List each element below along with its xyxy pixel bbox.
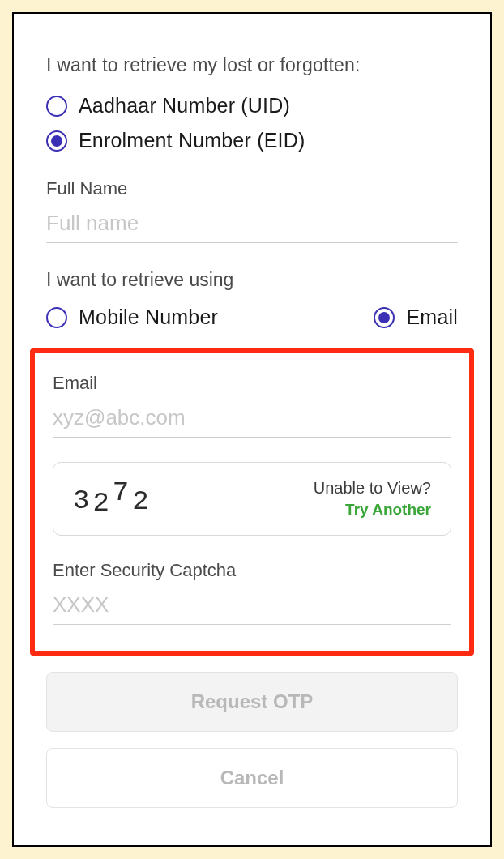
radio-icon bbox=[374, 307, 395, 328]
radio-mobile[interactable]: Mobile Number bbox=[46, 306, 218, 329]
email-label: Email bbox=[53, 373, 451, 394]
email-input[interactable] bbox=[53, 402, 451, 438]
request-otp-button[interactable]: Request OTP bbox=[46, 672, 458, 732]
radio-icon bbox=[46, 307, 67, 328]
heading-retrieve: I want to retrieve my lost or forgotten: bbox=[46, 54, 458, 76]
retrieve-using-label: I want to retrieve using bbox=[46, 269, 458, 291]
radio-icon bbox=[46, 96, 67, 117]
full-name-input[interactable] bbox=[46, 207, 458, 243]
try-another-link[interactable]: Try Another bbox=[314, 501, 431, 519]
captcha-image: 3 2 7 2 bbox=[73, 484, 152, 515]
radio-uid[interactable]: Aadhaar Number (UID) bbox=[46, 94, 458, 118]
radio-icon bbox=[46, 130, 67, 152]
security-captcha-label: Enter Security Captcha bbox=[53, 560, 451, 581]
radio-eid-label: Enrolment Number (EID) bbox=[79, 129, 305, 152]
captcha-card: 3 2 7 2 Unable to View? Try Another bbox=[53, 462, 451, 536]
radio-eid[interactable]: Enrolment Number (EID) bbox=[46, 129, 458, 152]
highlight-box: Email 3 2 7 2 Unable to View? Try Anothe… bbox=[30, 348, 474, 656]
radio-mobile-label: Mobile Number bbox=[79, 306, 218, 329]
unable-to-view-label: Unable to View? bbox=[314, 479, 431, 498]
radio-email-label: Email bbox=[406, 306, 458, 329]
security-captcha-input[interactable] bbox=[53, 589, 451, 625]
form-panel: I want to retrieve my lost or forgotten:… bbox=[12, 12, 492, 847]
radio-email[interactable]: Email bbox=[374, 306, 458, 329]
cancel-button[interactable]: Cancel bbox=[46, 748, 458, 808]
radio-uid-label: Aadhaar Number (UID) bbox=[79, 94, 290, 118]
full-name-label: Full Name bbox=[46, 178, 458, 199]
